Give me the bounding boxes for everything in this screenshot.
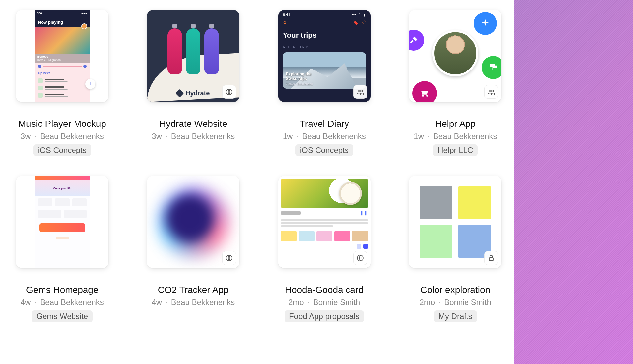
project-subtitle: 1w · Beau Bekkenenks (283, 132, 366, 141)
project-thumbnail[interactable]: 9:41●●● Now playing Bonobo Kerala • Migr… (16, 10, 108, 102)
plus-icon: + (85, 79, 95, 89)
project-thumbnail[interactable]: Color your life (16, 176, 108, 268)
project-tag[interactable]: Gems Website (32, 310, 93, 322)
project-title: Gems Homepage (21, 285, 104, 295)
project-title: Hooda-Gooda card (285, 285, 364, 295)
hammer-icon (409, 30, 424, 51)
people-icon (353, 85, 367, 99)
project-meta: Music Player Mockup 3w · Beau Bekkenenks… (18, 119, 106, 156)
avatar-photo (432, 30, 478, 76)
project-thumbnail[interactable] (409, 10, 501, 102)
svg-point-4 (492, 90, 494, 92)
heart-icon: ♡ (362, 20, 366, 25)
svg-point-1 (358, 90, 360, 92)
project-card-colors[interactable]: Color exploration 2mo · Bonnie Smith My … (407, 176, 505, 322)
project-meta: Gems Homepage 4w · Beau Bekkenenks Gems … (21, 285, 104, 322)
project-subtitle: 4w · Beau Bekkenenks (21, 298, 104, 307)
sparkle-icon (474, 12, 497, 35)
project-title: Hydrate Website (152, 119, 235, 129)
projects-main: 9:41●●● Now playing Bonobo Kerala • Migr… (0, 0, 514, 364)
project-tag[interactable]: My Drafts (434, 310, 477, 322)
lock-icon (484, 251, 498, 265)
project-meta: Travel Diary 1w · Beau Bekkenenks iOS Co… (283, 119, 366, 156)
project-title: Travel Diary (283, 119, 366, 129)
projects-grid: 9:41●●● Now playing Bonobo Kerala • Migr… (13, 10, 504, 322)
project-tag[interactable]: iOS Concepts (295, 144, 353, 156)
project-meta: Helpr App 1w · Beau Bekkenenks Helpr LLC (414, 119, 497, 156)
globe-icon (353, 251, 367, 265)
gear-icon: ⚙ (283, 20, 287, 25)
project-thumbnail[interactable] (147, 176, 239, 268)
project-thumbnail[interactable]: 9:41••• ⌃ ▮ ⚙🔖♡ Your trips RECENT TRIP E… (278, 10, 371, 102)
paint-roller-icon (482, 56, 501, 79)
right-sidebar-backdrop (514, 0, 633, 364)
project-subtitle: 3w · Beau Bekkenenks (152, 132, 235, 141)
project-meta: Color exploration 2mo · Bonnie Smith My … (420, 285, 491, 322)
project-card-hooda[interactable]: ❚❚ Hooda-Gooda card 2mo · Bonnie Smith F… (275, 176, 374, 322)
project-card-travel-diary[interactable]: 9:41••• ⌃ ▮ ⚙🔖♡ Your trips RECENT TRIP E… (275, 10, 374, 156)
project-tag[interactable]: Food App proposals (285, 310, 364, 322)
project-title: Music Player Mockup (18, 119, 106, 129)
project-card-co2[interactable]: CO2 Tracker App 4w · Beau Bekkenenks (144, 176, 243, 322)
svg-point-3 (489, 90, 491, 92)
project-card-helpr[interactable]: Helpr App 1w · Beau Bekkenenks Helpr LLC (407, 10, 505, 156)
people-icon (484, 85, 498, 99)
project-thumbnail[interactable] (409, 176, 501, 268)
bookmark-icon: 🔖 (353, 20, 358, 25)
globe-icon (222, 251, 236, 265)
cart-icon (412, 81, 437, 102)
project-title: Helpr App (414, 119, 497, 129)
project-card-hydrate[interactable]: Hydrate Hydrate Website 3w · Beau Bekken… (144, 10, 243, 156)
gems-art: Color your life (35, 176, 90, 268)
project-meta: Hydrate Website 3w · Beau Bekkenenks (152, 119, 235, 141)
project-tag[interactable]: iOS Concepts (33, 144, 91, 156)
globe-icon (222, 85, 236, 99)
project-card-gems[interactable]: Color your life Gems Homepage 4w · Beau … (13, 176, 111, 322)
project-subtitle: 2mo · Bonnie Smith (420, 298, 491, 307)
project-subtitle: 1w · Beau Bekkenenks (414, 132, 497, 141)
project-subtitle: 3w · Beau Bekkenenks (18, 132, 106, 141)
project-subtitle: 4w · Beau Bekkenenks (152, 298, 235, 307)
project-meta: CO2 Tracker App 4w · Beau Bekkenenks (152, 285, 235, 307)
project-title: CO2 Tracker App (152, 285, 235, 295)
project-thumbnail[interactable]: ❚❚ (278, 176, 371, 268)
music-player-art: 9:41●●● Now playing Bonobo Kerala • Migr… (35, 10, 90, 102)
svg-point-2 (361, 90, 363, 92)
project-tag[interactable]: Helpr LLC (433, 144, 478, 156)
project-thumbnail[interactable]: Hydrate (147, 10, 239, 102)
project-title: Color exploration (420, 285, 491, 295)
svg-rect-7 (489, 258, 493, 261)
project-subtitle: 2mo · Bonnie Smith (285, 298, 364, 307)
pause-icon: ❚❚ (360, 211, 368, 215)
project-meta: Hooda-Gooda card 2mo · Bonnie Smith Food… (285, 285, 364, 322)
project-card-music-player[interactable]: 9:41●●● Now playing Bonobo Kerala • Migr… (13, 10, 111, 156)
